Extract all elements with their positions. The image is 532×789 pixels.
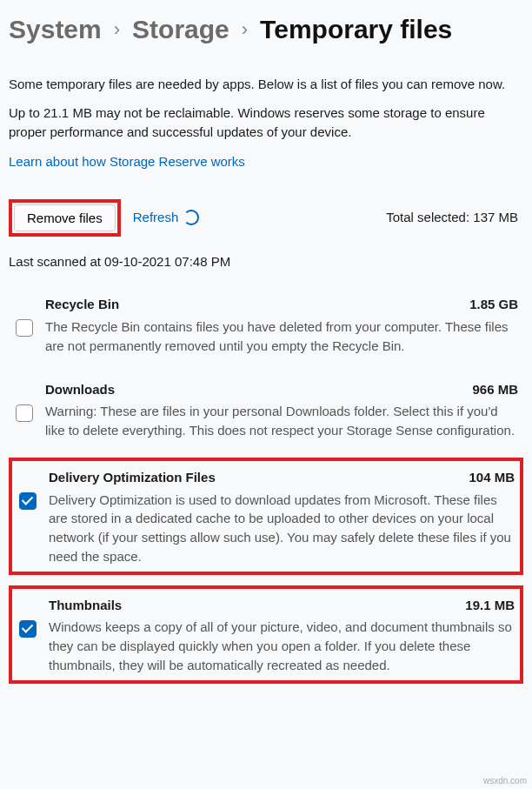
remove-files-button[interactable]: Remove files: [14, 204, 116, 231]
item-size: 1.85 GB: [469, 295, 518, 314]
remove-highlight: Remove files: [9, 199, 121, 237]
checkbox[interactable]: [19, 492, 37, 510]
checkbox[interactable]: [16, 319, 33, 337]
intro-line1: Some temporary files are needed by apps.…: [9, 75, 523, 94]
total-selected: Total selected: 137 MB: [386, 208, 518, 227]
refresh-button[interactable]: Refresh: [133, 208, 200, 227]
item-size: 104 MB: [469, 468, 515, 487]
list-item: Delivery Optimization Files104 MBDeliver…: [9, 458, 523, 575]
breadcrumb: System › Storage › Temporary files: [9, 10, 523, 49]
intro-line2: Up to 21.1 MB may not be reclaimable. Wi…: [9, 104, 523, 142]
item-title: Delivery Optimization Files: [49, 468, 216, 487]
item-size: 966 MB: [472, 380, 518, 399]
chevron-right-icon: ›: [242, 16, 248, 43]
refresh-icon: [183, 210, 199, 225]
list-item: Downloads966 MBWarning: These are files …: [9, 373, 523, 458]
intro-text: Some temporary files are needed by apps.…: [9, 75, 523, 171]
refresh-label: Refresh: [133, 208, 179, 227]
item-description: Delivery Optimization is used to downloa…: [49, 491, 515, 566]
toolbar: Remove files Refresh Total selected: 137…: [9, 199, 523, 237]
list-item: Thumbnails19.1 MBWindows keeps a copy of…: [9, 585, 523, 684]
breadcrumb-system[interactable]: System: [9, 10, 102, 49]
list-item: Recycle Bin1.85 GBThe Recycle Bin contai…: [9, 288, 523, 372]
storage-reserve-link[interactable]: Learn about how Storage Reserve works: [9, 154, 245, 169]
item-description: Warning: These are files in your persona…: [45, 402, 518, 440]
checkbox[interactable]: [16, 405, 33, 422]
item-title: Thumbnails: [49, 596, 122, 615]
chevron-right-icon: ›: [114, 16, 120, 43]
file-list: Recycle Bin1.85 GBThe Recycle Bin contai…: [9, 288, 523, 683]
checkbox[interactable]: [19, 620, 37, 638]
page-title: Temporary files: [260, 10, 452, 49]
item-description: Windows keeps a copy of all of your pict…: [49, 618, 515, 674]
last-scanned: Last scanned at 09-10-2021 07:48 PM: [9, 252, 523, 271]
item-title: Recycle Bin: [45, 295, 119, 314]
item-size: 19.1 MB: [465, 596, 515, 615]
watermark: wsxdn.com: [483, 775, 527, 788]
item-description: The Recycle Bin contains files you have …: [45, 318, 518, 356]
item-title: Downloads: [45, 380, 115, 399]
breadcrumb-storage[interactable]: Storage: [132, 10, 229, 49]
